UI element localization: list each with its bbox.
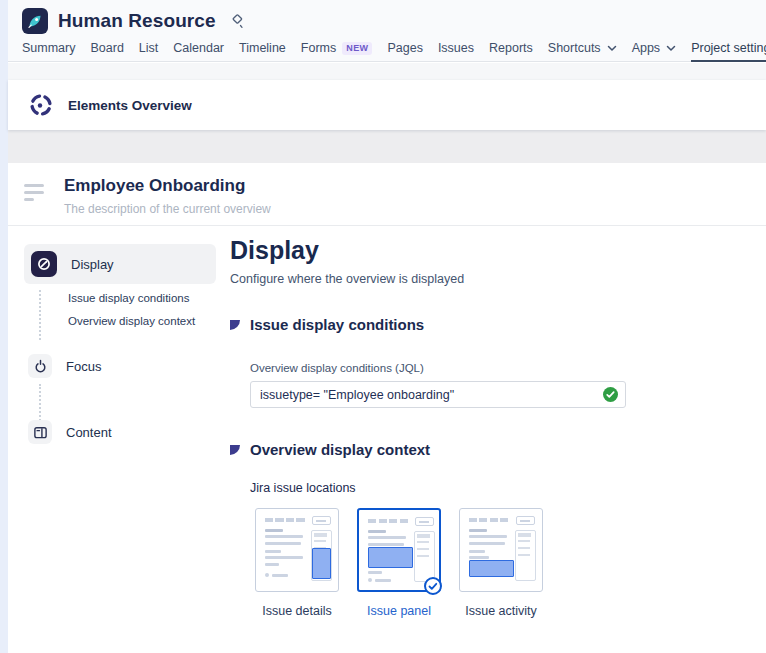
sidebar-rail	[39, 290, 41, 340]
focus-icon	[28, 354, 52, 378]
project-title: Human Resource	[58, 10, 216, 32]
section-bullet-icon	[230, 445, 240, 455]
tab-timeline[interactable]: Timeline	[239, 41, 286, 62]
issue-panel-thumbnail	[357, 508, 441, 592]
location-label: Issue activity	[465, 604, 537, 618]
app-bar: Elements Overview	[8, 80, 766, 130]
location-cards: Issue details Issue panel	[255, 508, 543, 618]
display-icon	[31, 251, 57, 277]
tab-list[interactable]: List	[139, 41, 158, 62]
sidebar-subitem-overview-display-context[interactable]: Overview display context	[68, 315, 195, 327]
sidebar-rail	[39, 384, 41, 424]
rocket-icon	[26, 12, 44, 30]
selected-check-icon	[424, 577, 442, 595]
sidebar-subitem-issue-display-conditions[interactable]: Issue display conditions	[68, 292, 189, 304]
location-option-issue-details[interactable]: Issue details	[255, 508, 339, 618]
sidebar-item-label: Content	[66, 425, 112, 440]
gray-band	[8, 130, 766, 163]
overview-title: Employee Onboarding	[64, 176, 245, 196]
tab-apps[interactable]: Apps	[632, 41, 677, 62]
sidebar-item-display[interactable]: Display	[24, 244, 216, 284]
left-gutter	[0, 0, 8, 653]
section-bullet-icon	[230, 320, 240, 330]
chevron-down-icon	[607, 45, 617, 52]
project-avatar	[22, 8, 48, 34]
drag-handle-icon	[24, 184, 44, 205]
content-icon	[28, 420, 52, 444]
edit-project-icon[interactable]	[230, 14, 244, 29]
app-bar-title: Elements Overview	[68, 98, 192, 113]
tab-shortcuts[interactable]: Shortcuts	[548, 41, 617, 62]
location-option-issue-panel[interactable]: Issue panel	[357, 508, 441, 618]
issue-activity-thumbnail	[459, 508, 543, 592]
location-label: Issue details	[262, 604, 331, 618]
valid-check-icon	[603, 387, 618, 402]
overview-description: The description of the current overview	[64, 202, 271, 216]
issue-details-thumbnail	[255, 508, 339, 592]
chevron-down-icon	[666, 45, 676, 52]
sidebar-item-content[interactable]: Content	[28, 420, 112, 444]
tab-board[interactable]: Board	[90, 41, 123, 62]
settings-content: Display Issue display conditions Overvie…	[8, 226, 766, 653]
tab-calendar[interactable]: Calendar	[173, 41, 224, 62]
tab-forms[interactable]: Forms NEW	[301, 41, 373, 62]
sidebar-item-label: Focus	[66, 359, 101, 374]
tab-issues[interactable]: Issues	[438, 41, 474, 62]
page-title: Display	[230, 236, 319, 265]
project-nav: Summary Board List Calendar Timeline For…	[22, 41, 766, 62]
jql-input[interactable]	[250, 381, 626, 408]
tab-summary[interactable]: Summary	[22, 41, 75, 62]
jql-field	[250, 381, 626, 408]
jira-issue-locations-label: Jira issue locations	[250, 481, 356, 495]
page-subtitle: Configure where the overview is displaye…	[230, 272, 464, 286]
new-badge: NEW	[342, 42, 372, 55]
sidebar-item-focus[interactable]: Focus	[28, 354, 101, 378]
jql-field-label: Overview display conditions (JQL)	[250, 362, 424, 374]
location-option-issue-activity[interactable]: Issue activity	[459, 508, 543, 618]
tab-project-settings[interactable]: Project settings	[691, 41, 766, 62]
project-header: Human Resource Summary Board List Calend…	[8, 0, 766, 62]
tab-pages[interactable]: Pages	[387, 41, 422, 62]
overview-header: Employee Onboarding The description of t…	[8, 163, 766, 226]
tab-reports[interactable]: Reports	[489, 41, 533, 62]
elements-overview-icon	[28, 92, 54, 118]
sidebar-item-label: Display	[71, 257, 114, 272]
header-spacer-band	[8, 63, 766, 80]
section-issue-display-conditions: Issue display conditions	[230, 316, 424, 333]
section-overview-display-context: Overview display context	[230, 441, 430, 458]
location-label: Issue panel	[367, 604, 431, 618]
